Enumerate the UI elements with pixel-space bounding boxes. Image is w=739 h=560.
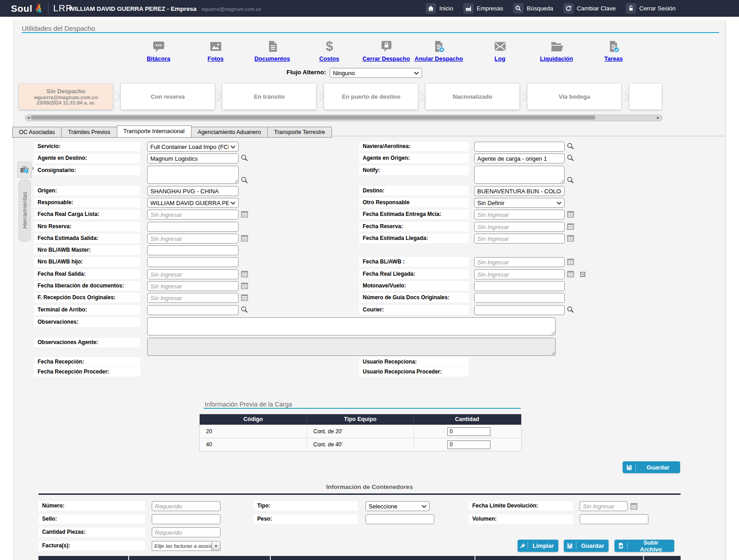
stage-en-puerto-de-destino[interactable]: En puerto de destino <box>324 84 418 110</box>
fecha-reserva-label: Fecha Reserva: <box>359 222 469 231</box>
consignatario-textarea[interactable] <box>147 166 239 184</box>
stage-partial[interactable] <box>629 84 662 110</box>
calendar-icon[interactable] <box>241 282 248 289</box>
agente-destino-input[interactable] <box>147 153 239 163</box>
calendar-icon[interactable] <box>241 235 248 242</box>
tab-oc-asociadas[interactable]: OC Asociadas <box>12 127 62 138</box>
fecha-estimada-llegada-date[interactable] <box>474 234 565 244</box>
nav-label: Inicio <box>439 5 453 12</box>
guardar-button[interactable]: Guardar <box>564 540 609 552</box>
calendar-icon[interactable] <box>567 270 574 278</box>
fecha-real-carga-lista-date[interactable] <box>147 210 239 220</box>
previa-save-button[interactable]: Guardar <box>623 461 680 473</box>
fecha-bl-awb-date[interactable] <box>474 257 565 267</box>
subir-archivo-button[interactable]: Subir Archivo <box>614 540 674 552</box>
nav-item-busqueda[interactable]: Búsqueda <box>513 3 553 14</box>
terminal-arribo-input[interactable] <box>147 305 239 315</box>
calendar-icon[interactable] <box>567 258 574 265</box>
stage-en-tr-nsito[interactable]: En tránsito <box>222 84 316 110</box>
fecha-liberacion-documentos-date[interactable] <box>147 281 239 291</box>
scroll-right-icon[interactable]: ► <box>656 115 660 120</box>
tools-tab[interactable]: Herramientas <box>19 179 31 242</box>
facturas-dropdown-icon[interactable]: ▼ <box>211 541 221 551</box>
tab-transporte-terrestre[interactable]: Transporte Terrestre <box>268 127 332 138</box>
f-recepcion-docs-originales-date[interactable] <box>147 293 239 303</box>
peso-input[interactable] <box>365 514 434 524</box>
broom-icon <box>518 542 528 550</box>
tab-transporte-internacional[interactable]: Transporte Internacional <box>117 125 192 138</box>
fecha-real-salida-date[interactable] <box>147 269 239 279</box>
responsable-select[interactable]: WILLIAM DAVID GUERRA PEREZ <box>147 198 239 208</box>
fecha-limite-input[interactable] <box>580 501 628 511</box>
magnifier-icon[interactable] <box>241 154 248 162</box>
motonave-vuelo-label: Motonave/Vuelo: <box>359 281 469 291</box>
save-icon <box>623 464 636 471</box>
cantidad-input[interactable] <box>447 440 490 449</box>
calendar-icon[interactable] <box>630 503 638 510</box>
scroll-left-icon[interactable]: ◄ <box>26 115 30 120</box>
stage-v-a-bodega[interactable]: Vía bodega <box>528 84 621 110</box>
calendar-icon[interactable] <box>567 223 574 230</box>
fecha-estimada-entrega-mcia-date[interactable] <box>474 210 565 220</box>
nav-item-empresas[interactable]: Empresas <box>463 3 504 14</box>
limpiar-button[interactable]: Limpiar <box>518 540 558 552</box>
notify-textarea[interactable] <box>474 166 565 184</box>
calendar-icon[interactable] <box>567 211 574 218</box>
cantidad-input[interactable] <box>447 427 490 436</box>
agente-origen-input[interactable] <box>474 153 565 163</box>
servicio-select[interactable]: Full Container Load Impo (FCLI) <box>147 142 239 152</box>
utility-tareas[interactable]: Tareas <box>580 40 648 62</box>
numero-input[interactable] <box>152 501 221 511</box>
cantidad-piezas-input[interactable] <box>152 527 221 537</box>
fecha-reserva-date[interactable] <box>474 222 565 232</box>
nro-bl-awb-hijo-input[interactable] <box>147 257 239 267</box>
flujo-alterno-select[interactable]: Ninguno <box>330 68 422 78</box>
alarm-icon[interactable] <box>579 270 586 278</box>
fecha-real-llegada-date[interactable] <box>474 269 565 279</box>
magnifier-icon[interactable] <box>241 306 248 313</box>
stage-nacionalizado[interactable]: Nacionalizado <box>426 84 519 110</box>
nro-bl-awb-master-label: Nro BL/AWB Master: <box>34 245 140 255</box>
nav-label: Búsqueda <box>527 5 553 12</box>
utilities-underline <box>22 32 719 33</box>
fecha-recepcion-proceder-label: Fecha Recepción Proceder: <box>34 367 140 377</box>
tools-toolbox-icon[interactable] <box>17 162 32 178</box>
fecha-estimada-salida-date[interactable] <box>147 234 239 244</box>
magnifier-icon[interactable] <box>567 143 574 150</box>
courier-input[interactable] <box>474 305 565 315</box>
nav-item-cambiar-clave[interactable]: Cambiar Clave <box>563 3 616 14</box>
magnifier-icon[interactable] <box>241 177 248 184</box>
calendar-icon[interactable] <box>241 270 248 278</box>
tab-tr-mites-previos[interactable]: Trámites Previos <box>62 127 117 138</box>
motonave-vuelo-input[interactable] <box>474 281 565 291</box>
magnifier-icon[interactable] <box>567 177 574 184</box>
volumen-input[interactable] <box>580 514 648 524</box>
numero-guia-docs-originales-input[interactable] <box>474 293 565 303</box>
stage-con-reserva[interactable]: Con reserva <box>121 84 215 110</box>
origen-input[interactable] <box>147 186 239 196</box>
contenedores-divider <box>38 493 681 495</box>
magnifier-icon[interactable] <box>567 306 574 313</box>
terminal-arribo-label: Terminal de Arribo: <box>34 305 140 315</box>
facturas-combo[interactable]: Elije las facturas a asociar ▼ <box>152 541 221 551</box>
naviera-aerolinea-input[interactable] <box>474 142 565 152</box>
destino-input[interactable] <box>474 186 565 196</box>
chat-icon <box>152 40 165 54</box>
sello-input[interactable] <box>152 514 221 524</box>
tipo-select[interactable]: Seleccione <box>365 501 430 511</box>
magnifier-icon[interactable] <box>567 154 574 162</box>
observaciones-textarea[interactable] <box>147 317 556 335</box>
nro-reserva-input[interactable] <box>147 222 239 232</box>
stage-sin-despacho[interactable]: Sin Despachowguerra@magnum.com.co23/09/2… <box>19 84 113 110</box>
calendar-icon[interactable] <box>241 294 248 301</box>
nav-item-inicio[interactable]: Inicio <box>426 3 453 14</box>
nro-bl-awb-master-input[interactable] <box>147 245 239 255</box>
utility-anular-despacho[interactable]: Anular Despacho <box>405 40 473 62</box>
calendar-icon[interactable] <box>567 235 574 242</box>
stage-scrollbar-thumb[interactable] <box>31 115 595 120</box>
nav-item-cerrar-sesion[interactable]: Cerrar Sesión <box>626 3 676 14</box>
nav-label: Cambiar Clave <box>577 5 616 12</box>
otro-responsable-select[interactable]: Sin Definir <box>474 198 565 208</box>
tab-agenciamiento-aduanero[interactable]: Agenciamiento Aduanero <box>192 127 268 138</box>
calendar-icon[interactable] <box>241 211 248 218</box>
